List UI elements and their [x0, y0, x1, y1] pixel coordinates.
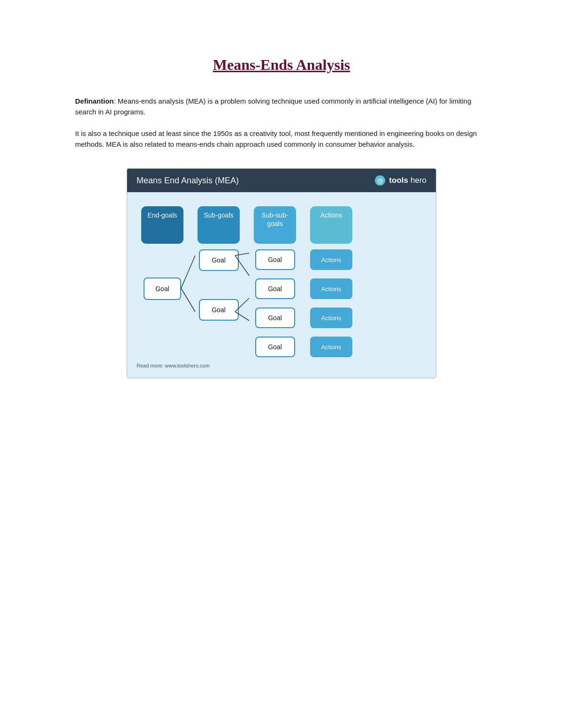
col4-action-1: Actions [310, 249, 352, 270]
col-subsubgoals: Sub-sub-goals Goal Goal Goal Goal [249, 206, 301, 357]
col2-goal-2: Goal [199, 299, 239, 321]
col-endgoals: End-goals Goal [137, 206, 188, 300]
diagram-footer: Read more: www.toolshero.com [137, 363, 426, 368]
col1-goal: Goal [144, 278, 181, 300]
page-title: Means-Ends Analysis [75, 56, 488, 74]
col4-actions-list: Actions Actions Actions Actions [310, 249, 352, 357]
diagram-body: End-goals Goal Sub-goals Goal Goal Sub-s… [127, 192, 436, 378]
col3-goal-1: Goal [255, 249, 295, 270]
col4-header: Actions [310, 206, 352, 244]
diagram-wrapper: Means End Analysis (MEA) @toolshero [127, 168, 436, 378]
col3-goal-3: Goal [255, 308, 295, 328]
col3-goal-2: Goal [255, 278, 295, 299]
col-subgoals: Sub-goals Goal Goal [193, 206, 244, 321]
brand-hero: hero [411, 176, 426, 185]
definition-text: : Means-ends analysis (MEA) is a problem… [75, 97, 471, 116]
brand-at-icon: @ [375, 175, 385, 186]
definition-label: Definantion [75, 97, 114, 105]
col3-header: Sub-sub-goals [254, 206, 296, 244]
col4-action-4: Actions [310, 337, 352, 357]
col4-action-2: Actions [310, 278, 352, 299]
definition-block: Definantion: Means-ends analysis (MEA) i… [75, 96, 488, 117]
col2-header: Sub-goals [198, 206, 240, 244]
col3-goals-list: Goal Goal Goal Goal [255, 249, 295, 357]
diagram-header-title: Means End Analysis (MEA) [137, 176, 239, 186]
col2-goal-1: Goal [199, 249, 239, 271]
col-actions: Actions Actions Actions Actions Actions [305, 206, 357, 357]
brand-tools: tools [389, 176, 408, 185]
diagram-columns: End-goals Goal Sub-goals Goal Goal Sub-s… [137, 206, 426, 357]
diagram-header: Means End Analysis (MEA) @toolshero [127, 169, 436, 192]
col3-goal-4: Goal [255, 337, 295, 357]
body-paragraph: It is also a technique used at least sin… [75, 128, 488, 150]
col2-goals-list: Goal Goal [199, 249, 239, 321]
col4-action-3: Actions [310, 308, 352, 328]
col1-header: End-goals [141, 206, 183, 244]
body-text: It is also a technique used at least sin… [75, 129, 477, 148]
diagram-brand: @toolshero [375, 175, 426, 186]
